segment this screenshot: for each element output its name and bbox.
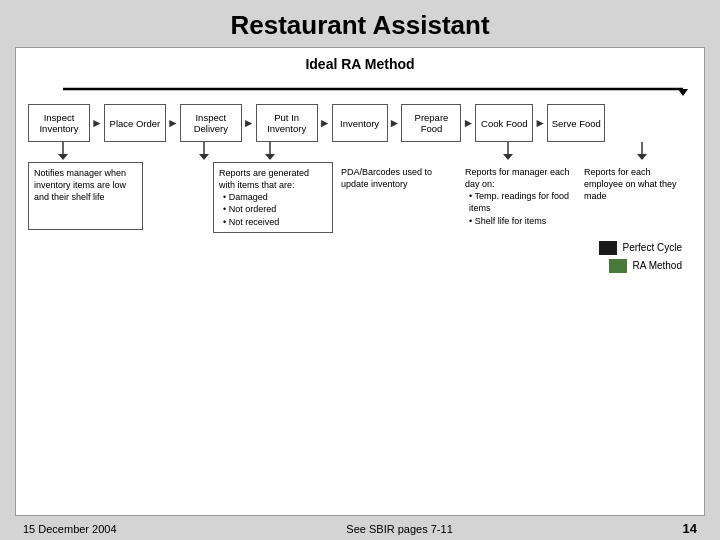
page-title: Restaurant Assistant bbox=[230, 10, 489, 41]
arrow-7: ► bbox=[533, 116, 547, 130]
arrow-1: ► bbox=[90, 116, 104, 130]
footer-date: 15 December 2004 bbox=[23, 523, 117, 535]
legend-box-ra bbox=[609, 259, 627, 273]
desc-bullet-2-3: • Not received bbox=[223, 216, 327, 228]
footer-ref: See SBIR pages 7-11 bbox=[346, 523, 452, 535]
flow-box-inspect-delivery: Inspect Delivery bbox=[180, 104, 242, 142]
desc-bullet-2-2: • Not ordered bbox=[223, 203, 327, 215]
legend: Perfect Cycle RA Method bbox=[28, 241, 692, 273]
down-arrows bbox=[28, 142, 692, 160]
flow-box-prepare-food: Prepare Food bbox=[401, 104, 461, 142]
arrow-5: ► bbox=[388, 116, 402, 130]
flow-box-serve-food: Serve Food bbox=[547, 104, 605, 142]
desc-cell-3: PDA/Barcodes used to update inventory bbox=[339, 162, 459, 233]
arrow-2: ► bbox=[166, 116, 180, 130]
arrow-4: ► bbox=[318, 116, 332, 130]
desc-cell-4: Reports for manager each day on: • Temp.… bbox=[463, 162, 578, 233]
legend-box-perfect bbox=[599, 241, 617, 255]
svg-marker-5 bbox=[199, 154, 209, 160]
legend-label-perfect: Perfect Cycle bbox=[623, 242, 682, 253]
flow-box-cook-food: Cook Food bbox=[475, 104, 533, 142]
arrow-3: ► bbox=[242, 116, 256, 130]
footer: 15 December 2004 See SBIR pages 7-11 14 bbox=[15, 516, 705, 540]
desc-bullet-4-2: • Shelf life for items bbox=[469, 215, 576, 227]
svg-marker-3 bbox=[58, 154, 68, 160]
desc-gap-1 bbox=[147, 162, 209, 233]
desc-bullet-4-1: • Temp. readings for food items bbox=[469, 190, 576, 214]
desc-text-4: Reports for manager each day on: bbox=[465, 167, 570, 189]
desc-cell-1: Notifies manager when inventory items ar… bbox=[28, 162, 143, 233]
svg-marker-1 bbox=[678, 89, 688, 96]
desc-row: Notifies manager when inventory items ar… bbox=[28, 162, 692, 233]
desc-text-1: Notifies manager when inventory items ar… bbox=[34, 168, 126, 202]
svg-marker-7 bbox=[265, 154, 275, 160]
desc-text-5: Reports for each employee on what they m… bbox=[584, 167, 677, 201]
desc-cell-2: Reports are generated with items that ar… bbox=[213, 162, 333, 233]
page: Restaurant Assistant Ideal RA Method Ins… bbox=[0, 0, 720, 540]
arrow-6: ► bbox=[461, 116, 475, 130]
legend-item-ra: RA Method bbox=[609, 259, 682, 273]
footer-page: 14 bbox=[683, 521, 697, 536]
top-connector bbox=[28, 82, 692, 96]
flow-box-inspect-inventory: Inspect Inventory bbox=[28, 104, 90, 142]
legend-item-perfect: Perfect Cycle bbox=[599, 241, 682, 255]
flow-box-place-order: Place Order bbox=[104, 104, 166, 142]
desc-bullet-2-1: • Damaged bbox=[223, 191, 327, 203]
flow-box-put-in-inventory: Put In Inventory bbox=[256, 104, 318, 142]
svg-marker-9 bbox=[503, 154, 513, 160]
desc-text-2: Reports are generated with items that ar… bbox=[219, 168, 309, 190]
legend-label-ra: RA Method bbox=[633, 260, 682, 271]
flow-box-inventory: Inventory bbox=[332, 104, 388, 142]
desc-cell-5: Reports for each employee on what they m… bbox=[582, 162, 692, 233]
svg-marker-11 bbox=[637, 154, 647, 160]
desc-text-3: PDA/Barcodes used to update inventory bbox=[341, 167, 432, 189]
main-box: Ideal RA Method Inspect Inventory ► Plac… bbox=[15, 47, 705, 516]
subtitle: Ideal RA Method bbox=[28, 56, 692, 72]
flow-row: Inspect Inventory ► Place Order ► Inspec… bbox=[28, 104, 692, 142]
